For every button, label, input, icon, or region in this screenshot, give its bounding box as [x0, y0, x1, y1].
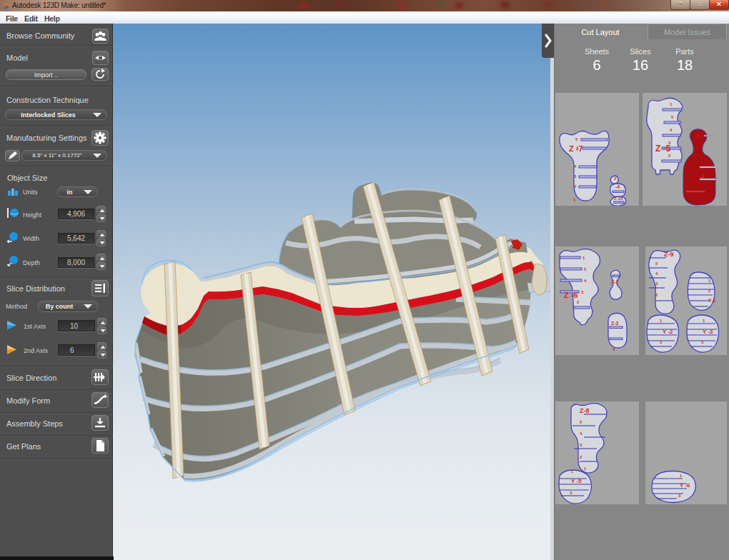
svg-text:Y -6: Y -6 — [680, 482, 690, 489]
svg-text:Y -2: Y -2 — [663, 329, 673, 335]
svg-text:1: 1 — [573, 198, 576, 202]
svg-text:Z-10: Z-10 — [614, 196, 623, 201]
svg-text:Z-2: Z-2 — [611, 279, 619, 284]
svg-text:-4: -4 — [615, 184, 620, 189]
svg-text:Z-3: Z-3 — [611, 321, 619, 326]
svg-text:Y-1: Y-1 — [708, 298, 716, 303]
svg-text:Z-8: Z-8 — [580, 407, 590, 414]
svg-text:Y -3: Y -3 — [703, 329, 713, 335]
svg-text:-4: -4 — [700, 174, 704, 179]
svg-text:Z-9: Z-9 — [664, 251, 674, 258]
svg-text:Z -5: Z -5 — [655, 144, 671, 154]
svg-text:Y -5: Y -5 — [571, 478, 582, 484]
svg-text:Z -6: Z -6 — [564, 291, 578, 299]
